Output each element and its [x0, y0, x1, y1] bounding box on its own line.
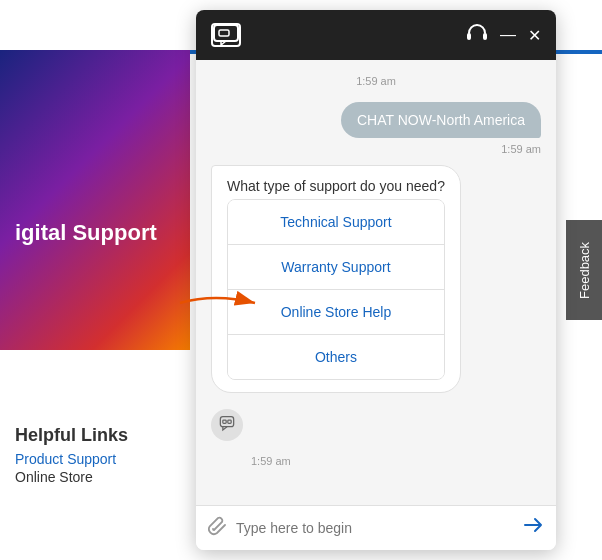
user-message-text: CHAT NOW-North America: [357, 112, 525, 128]
product-support-link[interactable]: Product Support: [15, 451, 175, 467]
svg-rect-3: [467, 33, 471, 40]
bot-message-row: What type of support do you need? Techni…: [211, 165, 541, 393]
bot-message-text: What type of support do you need?: [227, 178, 445, 194]
user-message-time: 1:59 am: [501, 143, 541, 155]
option-warranty-support[interactable]: Warranty Support: [228, 245, 444, 290]
chat-widget: — ✕ 1:59 am CHAT NOW-North America 1:59 …: [196, 10, 556, 550]
chat-input[interactable]: [236, 520, 514, 536]
chat-header: — ✕: [196, 10, 556, 60]
chat-widget-icon: [211, 23, 241, 47]
hero-image: igital Support: [0, 50, 190, 350]
feedback-tab[interactable]: Feedback: [566, 220, 602, 320]
bot-avatar: [211, 409, 243, 441]
online-store-link[interactable]: Online Store: [15, 469, 175, 485]
minimize-icon[interactable]: —: [500, 26, 516, 44]
send-button[interactable]: [522, 514, 544, 542]
chat-header-left: [211, 23, 241, 47]
svg-rect-4: [483, 33, 487, 40]
svg-rect-2: [219, 30, 229, 36]
page-links-section: Helpful Links Product Support Online Sto…: [0, 410, 190, 500]
bot-message-time: 1:59 am: [251, 455, 541, 467]
svg-rect-7: [228, 420, 231, 423]
attach-icon[interactable]: [208, 515, 228, 542]
bot-message-bubble: What type of support do you need? Techni…: [211, 165, 461, 393]
hero-text-content: igital Support: [15, 220, 157, 245]
svg-rect-6: [223, 420, 226, 423]
headset-icon[interactable]: [466, 22, 488, 48]
chat-body: 1:59 am CHAT NOW-North America 1:59 am W…: [196, 60, 556, 505]
close-icon[interactable]: ✕: [528, 26, 541, 45]
chat-footer: [196, 505, 556, 550]
user-message-bubble: CHAT NOW-North America: [341, 102, 541, 138]
helpful-links-title: Helpful Links: [15, 425, 175, 446]
option-online-store-help[interactable]: Online Store Help: [228, 290, 444, 335]
bot-avatar-row: [211, 409, 541, 441]
support-options-list: Technical Support Warranty Support Onlin…: [227, 199, 445, 380]
svg-rect-1: [214, 25, 238, 41]
option-others[interactable]: Others: [228, 335, 444, 379]
hero-text: igital Support: [0, 210, 190, 256]
chat-header-actions: — ✕: [466, 22, 541, 48]
chat-timestamp-top: 1:59 am: [211, 75, 541, 87]
option-technical-support[interactable]: Technical Support: [228, 200, 444, 245]
feedback-label: Feedback: [577, 241, 592, 298]
